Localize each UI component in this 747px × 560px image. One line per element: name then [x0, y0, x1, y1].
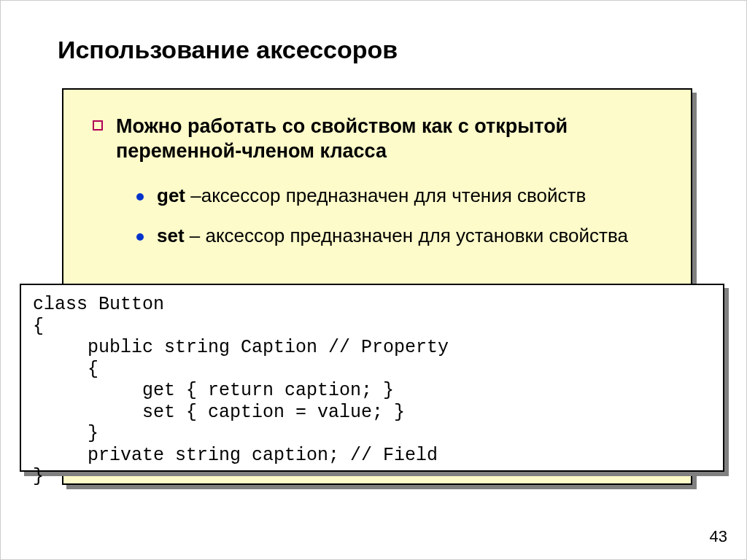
sub-bullet-text: set – аксессор предназначен для установк…: [157, 225, 628, 247]
page-number: 43: [710, 527, 727, 546]
code-box: class Button { public string Caption // …: [20, 284, 724, 472]
square-bullet-icon: [93, 120, 103, 131]
round-bullet-icon: [136, 233, 144, 241]
sub-bullet-item: set – аксессор предназначен для установк…: [136, 225, 662, 247]
bullet-item: Можно работать со свойством как с открыт…: [93, 114, 662, 164]
sub-bold: set: [157, 225, 185, 246]
sub-rest: –аксессор предназначен для чтения свойст…: [185, 184, 586, 206]
code-content: class Button { public string Caption // …: [33, 294, 711, 488]
sub-rest: – аксессор предназначен для установки св…: [185, 225, 628, 246]
round-bullet-icon: [136, 193, 144, 201]
sub-bullet-item: get –аксессор предназначен для чтения св…: [136, 184, 662, 207]
sub-bullet-list: get –аксессор предназначен для чтения св…: [136, 184, 662, 247]
sub-bold: get: [157, 184, 185, 206]
slide-title: Использование аксессоров: [58, 36, 398, 64]
bullet-text: Можно работать со свойством как с открыт…: [116, 114, 662, 164]
sub-bullet-text: get –аксессор предназначен для чтения св…: [157, 184, 586, 207]
